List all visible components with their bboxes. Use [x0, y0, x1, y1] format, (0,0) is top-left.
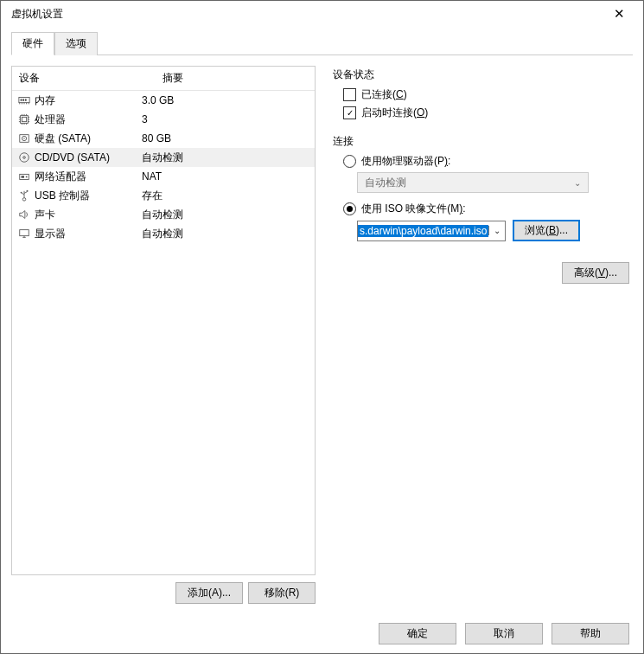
titlebar: 虚拟机设置 ✕	[1, 1, 643, 27]
device-name: 硬盘 (SATA)	[35, 131, 91, 146]
iso-row: s.darwin\payload\darwin.iso ⌄ 浏览(B)...	[357, 220, 629, 241]
device-name: USB 控制器	[35, 189, 90, 203]
sound-icon	[17, 208, 31, 221]
table-rows: 内存3.0 GB处理器3硬盘 (SATA)80 GBCD/DVD (SATA)自…	[12, 91, 315, 574]
svg-point-24	[23, 138, 24, 138]
browse-button-label: 浏览(B)...	[525, 224, 568, 236]
table-row[interactable]: 硬盘 (SATA)80 GB	[12, 129, 315, 148]
svg-rect-1	[21, 99, 22, 101]
connect-on-power-checkbox-row[interactable]: ✓ 启动时连接(O)	[343, 106, 629, 120]
left-column: 设备 摘要 内存3.0 GB处理器3硬盘 (SATA)80 GBCD/DVD (…	[11, 66, 316, 604]
usb-icon	[17, 189, 31, 202]
table-row[interactable]: 声卡自动检测	[12, 205, 315, 224]
table-row[interactable]: CD/DVD (SATA)自动检测	[12, 148, 315, 167]
remove-button[interactable]: 移除(R)	[248, 582, 316, 604]
svg-rect-10	[22, 117, 26, 121]
connected-checkbox-row[interactable]: 已连接(C)	[343, 87, 629, 102]
ok-button[interactable]: 确定	[379, 623, 456, 644]
advanced-button-label: 高级(V)...	[574, 266, 617, 279]
svg-line-33	[24, 192, 28, 194]
svg-point-29	[26, 176, 28, 178]
use-iso-label: 使用 ISO 映像文件(M):	[361, 202, 466, 216]
header-summary: 摘要	[156, 67, 315, 90]
display-icon	[17, 227, 31, 240]
svg-point-26	[23, 157, 26, 159]
window-title: 虚拟机设置	[8, 7, 63, 22]
device-summary: 自动检测	[142, 151, 309, 165]
svg-point-25	[20, 153, 29, 163]
checkbox-icon	[343, 88, 356, 101]
device-summary: 3.0 GB	[142, 94, 309, 106]
iso-path-input[interactable]: s.darwin\payload\darwin.iso ⌄	[357, 221, 506, 241]
add-button[interactable]: 添加(A)...	[175, 582, 243, 604]
radio-on-icon	[343, 202, 356, 215]
device-status-title: 设备状态	[333, 67, 629, 82]
use-physical-radio-row[interactable]: 使用物理驱动器(P):	[343, 154, 629, 169]
svg-rect-36	[20, 230, 29, 236]
tab-options[interactable]: 选项	[54, 32, 98, 55]
table-row[interactable]: 网络适配器NAT	[12, 167, 315, 186]
connection-title: 连接	[333, 134, 629, 149]
cancel-button[interactable]: 取消	[465, 623, 543, 644]
device-summary: NAT	[142, 170, 309, 183]
device-summary: 80 GB	[142, 132, 309, 144]
table-row[interactable]: 显示器自动检测	[12, 224, 315, 243]
device-status-group: 设备状态 已连接(C) ✓ 启动时连接(O)	[333, 67, 629, 120]
svg-point-35	[21, 192, 22, 194]
remove-button-label: 移除(R)	[265, 587, 300, 599]
svg-rect-28	[22, 176, 25, 178]
device-name: CD/DVD (SATA)	[35, 151, 110, 164]
use-physical-label: 使用物理驱动器(P):	[361, 154, 450, 169]
help-button-label: 帮助	[580, 627, 601, 639]
connect-on-power-label: 启动时连接(O)	[361, 106, 428, 120]
physical-drive-dropdown: 自动检测 ⌄	[357, 172, 589, 193]
radio-off-icon	[343, 155, 356, 168]
tab-options-label: 选项	[66, 37, 86, 49]
device-name: 显示器	[35, 227, 66, 241]
connection-group: 连接 使用物理驱动器(P): 自动检测 ⌄ 使用 ISO 映像文件(M): s.…	[333, 134, 629, 241]
svg-point-30	[22, 198, 26, 202]
cd-icon	[17, 151, 31, 164]
disk-icon	[17, 131, 31, 145]
tab-hardware[interactable]: 硬件	[11, 32, 54, 55]
close-icon: ✕	[614, 6, 625, 22]
advanced-row: 高级(V)...	[333, 262, 629, 284]
use-iso-radio-row[interactable]: 使用 ISO 映像文件(M):	[343, 202, 629, 216]
device-name: 内存	[35, 93, 55, 108]
svg-rect-34	[27, 190, 29, 192]
svg-rect-3	[25, 99, 27, 101]
device-name: 网络适配器	[35, 170, 86, 184]
left-buttons: 添加(A)... 移除(R)	[11, 582, 316, 604]
chevron-down-icon[interactable]: ⌄	[488, 226, 505, 235]
cancel-button-label: 取消	[494, 627, 514, 639]
iso-path-value: s.darwin\payload\darwin.iso	[358, 225, 488, 237]
device-table: 设备 摘要 内存3.0 GB处理器3硬盘 (SATA)80 GBCD/DVD (…	[11, 66, 316, 575]
close-button[interactable]: ✕	[602, 1, 636, 27]
device-summary: 存在	[142, 189, 309, 203]
vm-settings-dialog: 虚拟机设置 ✕ 硬件 选项 设备 摘要 内存3.0 GB处理器3硬盘 (SATA…	[0, 0, 644, 654]
add-button-label: 添加(A)...	[188, 587, 231, 599]
device-summary: 自动检测	[142, 227, 309, 241]
tab-separator	[98, 32, 633, 55]
chevron-down-icon: ⌄	[574, 178, 581, 188]
table-row[interactable]: 处理器3	[12, 110, 315, 129]
header-device: 设备	[12, 67, 156, 90]
cpu-icon	[17, 112, 31, 126]
checkbox-checked-icon: ✓	[343, 106, 356, 119]
device-summary: 自动检测	[142, 208, 309, 222]
advanced-button[interactable]: 高级(V)...	[562, 262, 629, 284]
device-name: 处理器	[35, 112, 66, 127]
device-summary: 3	[142, 113, 309, 125]
svg-rect-2	[22, 99, 24, 101]
dropdown-value: 自动检测	[365, 176, 406, 190]
help-button[interactable]: 帮助	[552, 623, 629, 644]
browse-button[interactable]: 浏览(B)...	[513, 220, 580, 241]
ok-button-label: 确定	[407, 627, 428, 639]
table-row[interactable]: 内存3.0 GB	[12, 91, 315, 110]
tab-hardware-label: 硬件	[22, 37, 43, 49]
table-row[interactable]: USB 控制器存在	[12, 186, 315, 205]
tabs: 硬件 选项	[1, 27, 643, 55]
net-icon	[17, 170, 31, 183]
device-name: 声卡	[35, 208, 55, 222]
right-column: 设备状态 已连接(C) ✓ 启动时连接(O) 连接 使用物理驱动器(P): 自动…	[329, 66, 633, 604]
